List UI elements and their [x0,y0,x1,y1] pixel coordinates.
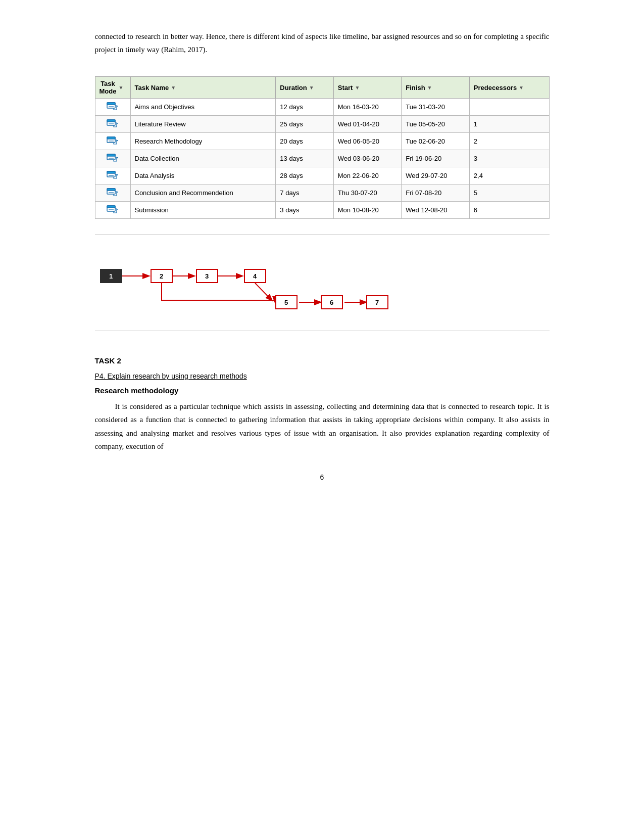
task-mode-cell [95,202,130,219]
task2-heading: TASK 2 [95,356,550,365]
task-predecessors-cell [469,99,549,116]
table-row: Research Methodology20 daysWed 06-05-20T… [95,133,549,150]
col-header-task-name: Task Name ▼ [130,77,276,99]
task-mode-icon [107,118,119,128]
task-start-cell: Mon 22-06-20 [333,167,402,184]
body-text: It is considered as a particular techniq… [95,400,550,453]
task2-section: TASK 2 P4. Explain research by using res… [95,356,550,453]
task-mode-cell [95,184,130,202]
task-duration-cell: 25 days [276,116,333,133]
task-start-cell: Mon 10-08-20 [333,202,402,219]
task-mode-icon [107,204,119,214]
svg-rect-25 [107,206,115,208]
task-mode-icon [107,187,119,197]
task-mode-cell [95,99,130,116]
table-row: Aims and Objectives12 daysMon 16-03-20Tu… [95,99,549,116]
svg-rect-17 [107,171,115,173]
task-duration-cell: 20 days [276,133,333,150]
table-row: Conclusion and Recommendetion7 daysThu 3… [95,184,549,202]
task-duration-cell: 12 days [276,99,333,116]
table-body: Aims and Objectives12 daysMon 16-03-20Tu… [95,99,549,219]
svg-marker-27 [117,209,118,211]
page-container: connected to research in better way. Hen… [95,0,550,512]
task-predecessors-cell: 5 [469,184,549,202]
task-finish-cell: Fri 07-08-20 [402,184,470,202]
p4-link[interactable]: P4. Explain research by using research m… [95,372,550,380]
task-duration-cell: 13 days [276,150,333,167]
task-name-cell: Research Methodology [130,133,276,150]
nd-box-5: 5 [275,295,298,309]
svg-marker-19 [117,174,118,176]
col-header-predecessors-label: Predecessors [474,84,517,91]
task-finish-cell: Tue 31-03-20 [402,99,470,116]
svg-rect-13 [107,154,115,156]
network-diagram-section: 1 2 3 4 5 6 7 [95,234,550,331]
task-predecessors-cell: 2 [469,133,549,150]
task-start-cell: Mon 16-03-20 [333,99,402,116]
col-header-finish-label: Finish [406,84,425,91]
finish-dropdown-icon[interactable]: ▼ [427,85,432,90]
table-header-row: TaskMode ▼ Task Name ▼ Duration ▼ [95,77,549,99]
task-name-cell: Literature Review [130,116,276,133]
task-start-cell: Wed 06-05-20 [333,133,402,150]
table-row: Data Collection13 daysWed 03-06-20Fri 19… [95,150,549,167]
task-finish-cell: Tue 05-05-20 [402,116,470,133]
task-predecessors-cell: 6 [469,202,549,219]
col-header-start: Start ▼ [333,77,402,99]
task-name-cell: Conclusion and Recommendetion [130,184,276,202]
svg-rect-1 [107,103,115,105]
task-predecessors-cell: 3 [469,150,549,167]
task-mode-cell [95,150,130,167]
research-methodology-heading: Research methodology [95,386,550,395]
gantt-table-section: TaskMode ▼ Task Name ▼ Duration ▼ [95,76,550,219]
table-row: Data Analysis28 daysMon 22-06-20Wed 29-0… [95,167,549,184]
page-number-value: 6 [320,473,324,481]
col-header-task-mode-label: TaskMode [100,80,117,95]
col-header-duration-label: Duration [280,84,307,91]
task-finish-cell: Tue 02-06-20 [402,133,470,150]
duration-dropdown-icon[interactable]: ▼ [309,85,314,90]
task-mode-icon [107,170,119,180]
arrow-4-5 [255,283,272,300]
svg-marker-7 [117,123,118,125]
task-predecessors-cell: 1 [469,116,549,133]
intro-paragraph: connected to research in better way. Hen… [95,30,550,56]
task-finish-cell: Wed 12-08-20 [402,202,470,219]
col-header-task-name-label: Task Name [135,84,169,91]
nd-box-7: 7 [366,295,388,309]
col-header-finish: Finish ▼ [402,77,470,99]
col-header-duration: Duration ▼ [276,77,333,99]
task-name-cell: Submission [130,202,276,219]
nd-box-1: 1 [100,269,122,283]
col-header-predecessors: Predecessors ▼ [469,77,549,99]
task-start-cell: Wed 01-04-20 [333,116,402,133]
svg-marker-23 [117,192,118,194]
gantt-table: TaskMode ▼ Task Name ▼ Duration ▼ [95,76,550,219]
task-mode-cell [95,133,130,150]
intro-text: connected to research in better way. Hen… [95,30,550,56]
nd-box-2: 2 [151,269,173,283]
svg-marker-3 [117,106,118,108]
task-mode-cell [95,116,130,133]
page-number: 6 [95,473,550,481]
task-mode-dropdown-icon[interactable]: ▼ [118,85,123,90]
task-name-cell: Aims and Objectives [130,99,276,116]
task-finish-cell: Wed 29-07-20 [402,167,470,184]
task-mode-icon [107,153,119,163]
svg-rect-5 [107,120,115,122]
nd-box-3: 3 [196,269,218,283]
task-duration-cell: 3 days [276,202,333,219]
network-diagram: 1 2 3 4 5 6 7 [95,245,398,320]
task-finish-cell: Fri 19-06-20 [402,150,470,167]
svg-rect-21 [107,189,115,191]
col-header-start-label: Start [338,84,353,91]
svg-marker-15 [117,157,118,159]
svg-marker-11 [117,140,118,142]
task-start-cell: Thu 30-07-20 [333,184,402,202]
task-predecessors-cell: 2,4 [469,167,549,184]
research-body-text: It is considered as a particular techniq… [95,400,550,453]
task-name-dropdown-icon[interactable]: ▼ [171,85,176,90]
svg-rect-9 [107,137,115,139]
predecessors-dropdown-icon[interactable]: ▼ [519,85,524,90]
start-dropdown-icon[interactable]: ▼ [355,85,360,90]
